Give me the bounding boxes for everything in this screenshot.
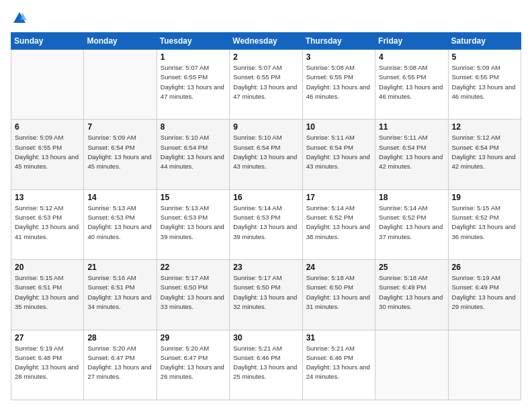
daylight: Daylight: 13 hours and 25 minutes. [233,363,298,382]
sunrise: Sunrise: 5:12 AM [15,203,80,213]
day-info: Sunrise: 5:20 AMSunset: 6:47 PMDaylight:… [87,344,152,382]
day-info: Sunrise: 5:16 AMSunset: 6:51 PMDaylight:… [87,273,152,312]
daylight: Daylight: 13 hours and 40 minutes. [87,222,152,242]
week-row-3: 13Sunrise: 5:12 AMSunset: 6:53 PMDayligh… [11,189,521,259]
sunset: Sunset: 6:51 PM [87,283,152,292]
sunrise: Sunrise: 5:08 AM [379,63,444,73]
daylight: Daylight: 13 hours and 46 minutes. [379,83,444,102]
day-cell: 9Sunrise: 5:10 AMSunset: 6:54 PMDaylight… [230,120,302,189]
week-row-1: 1Sunrise: 5:07 AMSunset: 6:55 PMDaylight… [11,50,521,120]
daylight: Daylight: 13 hours and 24 minutes. [306,363,371,382]
day-number: 16 [233,193,298,202]
day-info: Sunrise: 5:13 AMSunset: 6:53 PMDaylight:… [161,203,226,242]
day-info: Sunrise: 5:14 AMSunset: 6:52 PMDaylight:… [379,203,444,242]
sunrise: Sunrise: 5:21 AM [233,344,298,353]
sunset: Sunset: 6:49 PM [452,283,517,292]
day-info: Sunrise: 5:18 AMSunset: 6:50 PMDaylight:… [306,273,371,312]
day-number: 27 [15,333,80,342]
daylight: Daylight: 13 hours and 43 minutes. [233,152,298,172]
daylight: Daylight: 13 hours and 33 minutes. [161,293,226,312]
day-info: Sunrise: 5:10 AMSunset: 6:54 PMDaylight:… [233,133,298,171]
daylight: Daylight: 13 hours and 39 minutes. [233,222,298,242]
day-cell: 29Sunrise: 5:20 AMSunset: 6:47 PMDayligh… [157,330,229,400]
day-cell: 2Sunrise: 5:07 AMSunset: 6:55 PMDaylight… [230,50,302,120]
day-info: Sunrise: 5:15 AMSunset: 6:52 PMDaylight:… [452,203,517,242]
daylight: Daylight: 13 hours and 35 minutes. [15,293,80,312]
day-number: 12 [452,122,517,132]
sunset: Sunset: 6:47 PM [87,353,152,363]
day-cell: 11Sunrise: 5:11 AMSunset: 6:54 PMDayligh… [375,120,448,189]
sunrise: Sunrise: 5:15 AM [15,273,80,283]
sunrise: Sunrise: 5:07 AM [233,63,298,73]
day-info: Sunrise: 5:09 AMSunset: 6:55 PMDaylight:… [15,133,80,171]
week-row-4: 20Sunrise: 5:15 AMSunset: 6:51 PMDayligh… [11,260,521,330]
day-cell: 17Sunrise: 5:14 AMSunset: 6:52 PMDayligh… [302,189,375,259]
day-info: Sunrise: 5:08 AMSunset: 6:55 PMDaylight:… [379,63,444,101]
sunrise: Sunrise: 5:14 AM [233,203,298,213]
day-cell [84,50,157,120]
day-cell: 22Sunrise: 5:17 AMSunset: 6:50 PMDayligh… [157,260,229,330]
day-number: 4 [379,52,444,62]
sunset: Sunset: 6:46 PM [306,353,371,363]
daylight: Daylight: 13 hours and 47 minutes. [233,83,298,102]
sunrise: Sunrise: 5:11 AM [379,133,444,142]
sunrise: Sunrise: 5:13 AM [161,203,226,213]
sunrise: Sunrise: 5:19 AM [15,344,80,353]
daylight: Daylight: 13 hours and 45 minutes. [87,152,152,172]
day-cell: 15Sunrise: 5:13 AMSunset: 6:53 PMDayligh… [157,189,229,259]
day-number: 7 [87,122,152,132]
daylight: Daylight: 13 hours and 37 minutes. [379,222,444,242]
daylight: Daylight: 13 hours and 32 minutes. [233,293,298,312]
day-cell: 30Sunrise: 5:21 AMSunset: 6:46 PMDayligh… [230,330,302,400]
daylight: Daylight: 13 hours and 44 minutes. [161,152,226,172]
day-number: 22 [161,263,226,272]
sunrise: Sunrise: 5:13 AM [87,203,152,213]
day-number: 31 [306,333,371,342]
day-number: 18 [379,193,444,202]
sunset: Sunset: 6:53 PM [233,213,298,222]
sunrise: Sunrise: 5:10 AM [161,133,226,142]
header-cell-thursday: Thursday [302,33,375,50]
sunrise: Sunrise: 5:16 AM [87,273,152,283]
day-number: 19 [452,193,517,202]
sunrise: Sunrise: 5:11 AM [306,133,371,142]
sunrise: Sunrise: 5:21 AM [306,344,371,353]
sunset: Sunset: 6:51 PM [15,283,80,292]
day-number: 3 [306,52,371,62]
day-number: 2 [233,52,298,62]
logo [11,11,27,26]
day-number: 20 [15,263,80,272]
sunset: Sunset: 6:52 PM [452,213,517,222]
daylight: Daylight: 13 hours and 30 minutes. [379,293,444,312]
day-cell: 5Sunrise: 5:09 AMSunset: 6:55 PMDaylight… [448,50,521,120]
daylight: Daylight: 13 hours and 47 minutes. [161,83,226,102]
day-cell [448,330,521,400]
day-number: 6 [15,122,80,132]
day-cell: 3Sunrise: 5:08 AMSunset: 6:55 PMDaylight… [302,50,375,120]
day-cell: 16Sunrise: 5:14 AMSunset: 6:53 PMDayligh… [230,189,302,259]
sunset: Sunset: 6:55 PM [15,143,80,152]
sunrise: Sunrise: 5:15 AM [452,203,517,213]
sunset: Sunset: 6:53 PM [15,213,80,222]
day-info: Sunrise: 5:08 AMSunset: 6:55 PMDaylight:… [306,63,371,101]
daylight: Daylight: 13 hours and 45 minutes. [15,152,80,172]
day-info: Sunrise: 5:19 AMSunset: 6:48 PMDaylight:… [15,344,80,382]
day-number: 24 [306,263,371,272]
day-cell: 10Sunrise: 5:11 AMSunset: 6:54 PMDayligh… [302,120,375,189]
day-number: 8 [161,122,226,132]
day-cell: 7Sunrise: 5:09 AMSunset: 6:54 PMDaylight… [84,120,157,189]
daylight: Daylight: 13 hours and 42 minutes. [452,152,517,172]
day-cell: 27Sunrise: 5:19 AMSunset: 6:48 PMDayligh… [11,330,84,400]
header-cell-wednesday: Wednesday [230,33,302,50]
sunset: Sunset: 6:54 PM [379,143,444,152]
day-number: 21 [87,263,152,272]
daylight: Daylight: 13 hours and 42 minutes. [379,152,444,172]
day-info: Sunrise: 5:21 AMSunset: 6:46 PMDaylight:… [233,344,298,382]
day-info: Sunrise: 5:07 AMSunset: 6:55 PMDaylight:… [161,63,226,101]
day-cell [375,330,448,400]
calendar: SundayMondayTuesdayWednesdayThursdayFrid… [11,32,521,400]
day-cell: 6Sunrise: 5:09 AMSunset: 6:55 PMDaylight… [11,120,84,189]
sunrise: Sunrise: 5:09 AM [15,133,80,142]
day-number: 23 [233,263,298,272]
sunset: Sunset: 6:53 PM [87,213,152,222]
